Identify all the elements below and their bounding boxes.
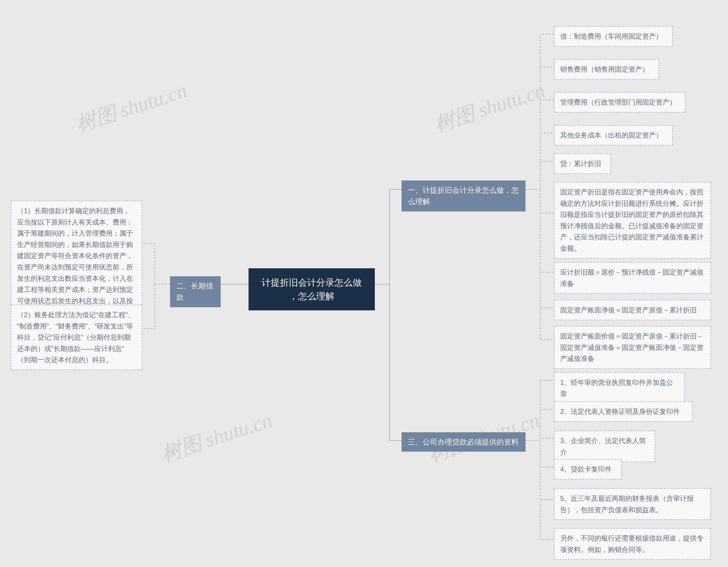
branch-loan-materials: 三、公司办理贷款必须提供的资料 xyxy=(402,432,526,452)
leaf-b3-5: 另外，不同的银行还需要根据借款用途，提供专项资料。例如，购销合同等。 xyxy=(554,528,711,560)
leaf-b1-7: 固定资产账面净值＝固定资产原值－累计折旧 xyxy=(554,300,711,320)
leaf-b3-4: 5、近三年及最近两期的财务报表（含审计报告），包括资产负债表和损益表。 xyxy=(554,488,711,520)
watermark: 树图 shutu.cn xyxy=(73,77,190,138)
leaf-b3-2: 3、企业简介、法定代表人简介 xyxy=(554,430,655,462)
root-title: 计提折旧会计分录怎么做 ，怎么理解 xyxy=(262,278,362,301)
root-node: 计提折旧会计分录怎么做 ，怎么理解 xyxy=(249,268,375,310)
leaf-b3-0: 1、经年审的营业执照复印件并加盖公章 xyxy=(554,372,685,404)
watermark: 树图 shutu.cn xyxy=(158,406,276,468)
leaf-b1-3: 其他业务成本（出租的固定资产） xyxy=(554,125,673,146)
branch-long-term-loan: 二、长期借款 xyxy=(170,276,221,307)
watermark: 树图 shutu.cn xyxy=(431,77,549,138)
leaf-b1-4: 贷：累计折旧 xyxy=(554,154,611,174)
leaf-b1-6: 应计折旧额＝原价－预计净残值－固定资产减值准备 xyxy=(554,262,711,293)
leaf-b3-1: 2、法定代表人资格证明及身份证复印件 xyxy=(554,401,693,422)
leaf-b3-3: 4、贷款卡复印件 xyxy=(554,459,622,479)
leaf-b1-1: 销售费用（销售用固定资产） xyxy=(554,59,659,80)
leaf-b2-1: （2）账务处理方法为借记“在建工程”、“制造费用”、“财务费用”、“研发支出”等… xyxy=(11,305,142,370)
leaf-b1-5: 固定资产折旧是指在固定资产使用寿命内，按照确定的方法对应计折旧额进行系统分摊。应… xyxy=(554,182,711,259)
branch-depreciation: 一、计提折旧会计分录怎么做，怎 么理解 xyxy=(402,181,526,212)
leaf-b1-0: 借：制造费用（车间用固定资产） xyxy=(554,26,673,47)
leaf-b1-8: 固定资产账面价值＝固定资产原值－累计折旧－固定资产减值准备＝固定资产账面净值－固… xyxy=(554,326,711,369)
leaf-b1-2: 管理费用（行政管理部门用固定资产） xyxy=(554,92,685,113)
